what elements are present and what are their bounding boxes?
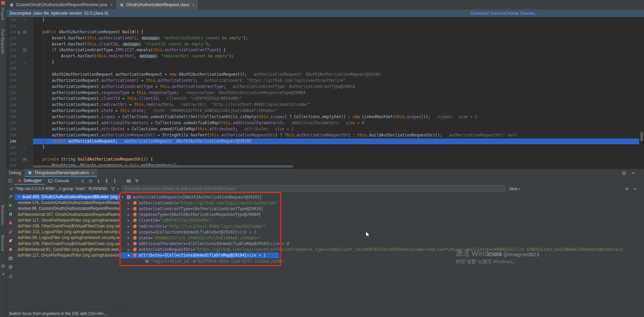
gutter-row[interactable]: 233 (6, 96, 33, 102)
code-line[interactable]: Assert.hasText(this.clientId, message: "… (33, 41, 639, 48)
code-line[interactable]: authorizationRequest.state = this.state;… (33, 108, 639, 114)
gutter-row[interactable]: 241 (6, 144, 33, 150)
expand-icon[interactable] (633, 187, 637, 191)
fold-marker[interactable] (21, 61, 28, 64)
tree-chevron-icon[interactable]: ▸ (128, 230, 133, 234)
code-line[interactable]: authorizationRequest.responseType = this… (33, 90, 639, 96)
gutter-row[interactable]: 225 (6, 47, 33, 53)
gutter-row[interactable]: 222@ (6, 29, 33, 35)
gutter-row[interactable]: 227 (6, 59, 33, 66)
code-line[interactable]: authorizationRequest.authorizationGrantT… (33, 84, 639, 90)
resume-icon[interactable] (8, 203, 13, 208)
fold-marker[interactable] (21, 49, 28, 52)
editor-tab-1[interactable]: COAuth2AuthorizationRequest.class× (116, 0, 198, 10)
tree-chevron-icon[interactable]: ▸ (128, 224, 133, 228)
thread-status[interactable]: "http-nio-0.0.0.0-8080-...n group "main"… (15, 185, 107, 193)
gutter-row[interactable]: 242 (6, 150, 33, 156)
frame-row[interactable]: doFilter:117, OncePerRequestFilter (org.… (15, 253, 120, 258)
frame-row[interactable]: doFilter:336, FilterChainProxy$VirtualFi… (15, 223, 120, 229)
gutter-row[interactable]: 244 (6, 163, 33, 169)
thread-filter-icon[interactable] (111, 187, 115, 191)
tree-chevron-icon[interactable]: ▾ (128, 254, 133, 257)
gutter-row[interactable]: 223 (6, 35, 33, 41)
gutter-row[interactable]: 243 (6, 156, 33, 163)
code-line[interactable] (33, 150, 639, 156)
wrench-icon[interactable] (8, 194, 13, 199)
variables-tree[interactable]: ▾authorizationRequest = {OAuth2Authoriza… (120, 194, 644, 310)
pin-icon[interactable] (8, 274, 13, 278)
gutter-row[interactable]: 236 (6, 114, 33, 120)
code-line[interactable]: Assert.hasText(this.authorizationUri, me… (33, 35, 639, 41)
tree-chevron-icon[interactable]: ▾ (122, 195, 127, 199)
evaluate-language-selector[interactable]: Java ▾ (509, 185, 520, 193)
show-execution-point-icon[interactable] (80, 179, 85, 183)
variable-row[interactable]: ▸fresponseType = {OAuth2AuthorizationRes… (120, 212, 644, 218)
restore-icon[interactable] (8, 247, 13, 252)
gutter-row[interactable]: 231 (6, 84, 33, 90)
mute-breakpoints-icon[interactable] (8, 238, 13, 243)
hide-panel-icon[interactable] (631, 171, 636, 175)
gutter-row[interactable]: 221 (6, 23, 33, 29)
code-line[interactable] (33, 23, 639, 29)
frame-row[interactable]: doFilter:89, LogoutFilter (org.springfra… (15, 235, 120, 241)
stop-icon[interactable] (8, 221, 13, 225)
tree-chevron-icon[interactable]: ▸ (128, 213, 133, 217)
thread-dropdown-icon[interactable]: ▾ (117, 187, 119, 190)
tab-console[interactable]: Console (45, 177, 72, 185)
tree-chevron-icon[interactable]: ▸ (128, 242, 133, 246)
editor-gutter[interactable]: 220221222@223224225226227228229230231232… (6, 17, 33, 169)
horizontal-scrollbar[interactable] (33, 165, 293, 168)
code-line[interactable]: authorizationRequest.redirectUri = this.… (33, 102, 639, 108)
code-line[interactable]: authorizationRequest.additionalParameter… (33, 120, 639, 126)
frames-list[interactable]: ↪build:459, OAuth2AuthorizationRequest$B… (15, 194, 120, 310)
filter-lines-icon[interactable] (135, 179, 139, 183)
variable-row[interactable]: ▾authorizationRequest = {OAuth2Authoriza… (120, 194, 644, 200)
code-line[interactable]: } (33, 144, 639, 150)
close-icon[interactable]: × (192, 2, 195, 7)
gutter-row[interactable]: 235 (6, 108, 33, 114)
code-editor[interactable]: 220221222@223224225226227228229230231232… (6, 17, 644, 169)
fold-marker[interactable] (21, 19, 28, 21)
variable-row[interactable]: ▸fauthorizationRequestUri = "https://git… (120, 247, 644, 253)
evaluate-expression-input[interactable]: Evaluate expression (Enter) or add a wat… (122, 185, 505, 192)
variable-row[interactable]: ▸fscopes = {Collections$UnmodifiableSet@… (120, 229, 644, 235)
gutter-row[interactable]: 229 (6, 72, 33, 78)
tree-chevron-icon[interactable]: ▸ (128, 248, 133, 251)
tree-chevron-icon[interactable]: ▸ (128, 236, 133, 240)
step-into-icon[interactable] (96, 179, 101, 183)
fold-marker[interactable] (21, 31, 28, 34)
camera-icon[interactable] (8, 256, 13, 261)
gutter-row[interactable]: 234 (6, 102, 33, 108)
view-breakpoints-icon[interactable] (8, 229, 13, 234)
code-line[interactable]: Assert.hasText(this.redirectUri, message… (33, 53, 639, 59)
close-icon[interactable]: × (110, 2, 113, 7)
step-over-icon[interactable] (88, 179, 93, 183)
frame-row[interactable]: doFilter:103, LogoutFilter (org.springfr… (15, 229, 120, 235)
gutter-row[interactable]: 238 (6, 126, 33, 132)
gutter-row[interactable]: 228 (6, 66, 33, 72)
code-line[interactable] (33, 66, 639, 72)
frame-row[interactable]: doFilterInternal:91, CorsFilter (org.spr… (15, 247, 120, 253)
variable-row[interactable]: ▸fadditionalParameters = {Collections$Un… (120, 241, 644, 247)
step-out-icon[interactable] (112, 179, 117, 183)
force-step-into-icon[interactable] (104, 179, 109, 183)
variable-row[interactable]: ▸fstate = "O90WQU1G1fJrb_bXWEdZp1okzjboE… (120, 235, 644, 241)
stripe-item-pull-requests[interactable]: Pull Requests (1, 29, 5, 54)
tree-chevron-icon[interactable]: ▸ (128, 201, 133, 205)
fold-collapse-icon[interactable] (23, 158, 26, 161)
code-line[interactable]: if (AuthorizationGrantType.IMPLICIT.equa… (33, 47, 639, 53)
tab-debugger[interactable]: Debugger (14, 177, 45, 185)
code-line[interactable]: return authorizationRequest;authorizatio… (33, 138, 639, 145)
frame-row[interactable]: doFilter:117, OncePerRequestFilter (org.… (15, 218, 120, 223)
frame-row[interactable]: doFilterInternal:167, OAuth2Authorizatio… (15, 212, 120, 218)
variable-row[interactable]: "registration_id" -> "4a3f5950-6bbd-11ed… (120, 258, 644, 264)
gutter-row[interactable]: 220 (6, 17, 33, 23)
code-line[interactable]: } (33, 59, 639, 66)
frame-row[interactable]: ↪build:459, OAuth2AuthorizationRequest$B… (15, 194, 120, 200)
stripe-red-icon[interactable] (1, 1, 5, 5)
pin-stripe-icon[interactable] (1, 272, 5, 276)
code-line[interactable]: authorizationRequest.authorizationReques… (33, 132, 639, 138)
editor-code[interactable]: } public OAuth2AuthorizationRequest buil… (33, 17, 639, 169)
code-line[interactable]: authorizationRequest.scopes = Collection… (33, 114, 639, 120)
fold-collapse-icon[interactable] (23, 49, 26, 52)
